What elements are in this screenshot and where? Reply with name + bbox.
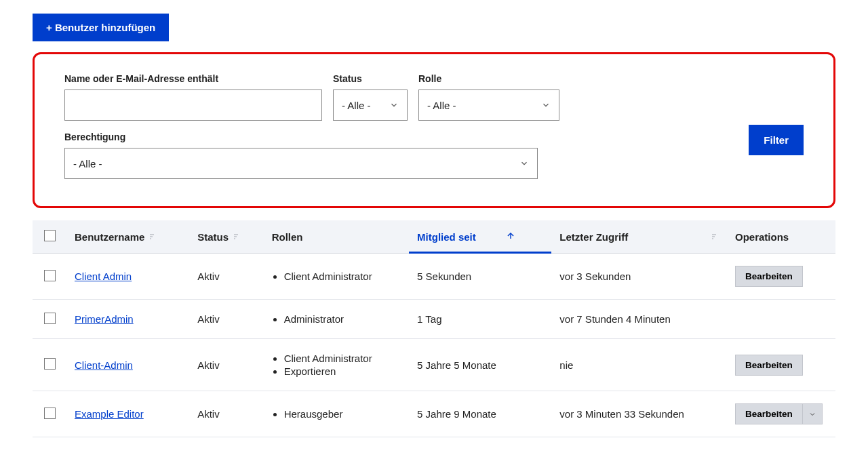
sort-underline (409, 252, 551, 254)
roles-list: Administrator (272, 313, 401, 325)
sort-icon (149, 231, 157, 243)
row-checkbox[interactable] (44, 313, 56, 324)
roles-list: Client Administrator (272, 271, 401, 282)
edit-dropdown-button[interactable] (803, 403, 823, 424)
header-username[interactable]: Benutzername (66, 220, 189, 254)
filter-button[interactable]: Filter (749, 125, 804, 155)
filter-role-select[interactable]: - Alle - (418, 90, 559, 121)
sort-icon (233, 231, 241, 243)
users-table: Benutzername Status Rollen Mitglied seit (33, 220, 835, 437)
role-item: Client Administrator (284, 353, 401, 364)
filter-role-value: - Alle - (427, 100, 456, 111)
last-access-cell: vor 7 Stunden 4 Minuten (551, 300, 727, 339)
status-cell: Aktiv (189, 339, 263, 391)
filter-name-field: Name oder E-Mail-Adresse enthält (64, 73, 322, 121)
user-link[interactable]: Client-Admin (75, 359, 133, 371)
header-username-label: Benutzername (75, 231, 144, 243)
table-row: Example EditorAktivHerausgeber5 Jahre 9 … (33, 391, 835, 437)
filter-role-label: Rolle (418, 73, 559, 84)
header-member-since[interactable]: Mitglied seit (409, 220, 551, 254)
header-operations-label: Operations (735, 231, 789, 243)
row-checkbox[interactable] (44, 358, 56, 370)
last-access-cell: nie (551, 339, 727, 391)
status-cell: Aktiv (189, 254, 263, 300)
member-since-cell: 5 Jahre 5 Monate (409, 339, 551, 391)
user-link[interactable]: Client Admin (75, 271, 132, 282)
header-status-label: Status (197, 231, 229, 243)
filter-status-select[interactable]: - Alle - (333, 90, 408, 121)
filter-status-field: Status - Alle - (333, 73, 408, 121)
header-roles-label: Rollen (272, 231, 303, 243)
filter-role-field: Rolle - Alle - (418, 73, 559, 121)
users-table-wrap: Benutzername Status Rollen Mitglied seit (33, 220, 835, 437)
user-link[interactable]: Example Editor (75, 408, 144, 420)
edit-button[interactable]: Bearbeiten (735, 355, 803, 376)
user-link[interactable]: PrimerAdmin (75, 313, 134, 325)
filter-permission-select[interactable]: - Alle - (64, 148, 538, 179)
header-last-access-label: Letzter Zugriff (559, 231, 628, 243)
filter-action: Filter (749, 73, 804, 179)
chevron-down-icon (519, 159, 529, 168)
status-cell: Aktiv (189, 300, 263, 339)
member-since-cell: 1 Tag (409, 300, 551, 339)
sort-icon (711, 231, 719, 243)
chevron-down-icon (541, 100, 551, 110)
role-item: Administrator (284, 313, 401, 325)
chevron-down-icon (808, 410, 816, 418)
status-cell: Aktiv (189, 391, 263, 437)
select-all-checkbox[interactable] (44, 230, 56, 241)
edit-button[interactable]: Bearbeiten (735, 266, 803, 287)
header-last-access[interactable]: Letzter Zugriff (551, 220, 727, 254)
header-checkbox-cell (33, 220, 66, 254)
row-checkbox[interactable] (44, 270, 56, 281)
role-item: Exportieren (284, 365, 401, 377)
table-row: Client-AdminAktivClient AdministratorExp… (33, 339, 835, 391)
last-access-cell: vor 3 Sekunden (551, 254, 727, 300)
filter-permission-field: Berechtigung - Alle - (64, 132, 538, 179)
row-checkbox[interactable] (44, 408, 56, 419)
filter-panel: Name oder E-Mail-Adresse enthält Status … (33, 52, 835, 208)
add-user-button[interactable]: + Benutzer hinzufügen (33, 14, 169, 41)
roles-list: Herausgeber (272, 408, 401, 420)
filter-permission-label: Berechtigung (64, 132, 538, 142)
arrow-up-icon (506, 231, 515, 243)
filter-status-label: Status (333, 73, 408, 84)
header-member-since-label: Mitglied seit (417, 231, 476, 243)
header-operations: Operations (727, 220, 835, 254)
table-row: Client AdminAktivClient Administrator5 S… (33, 254, 835, 300)
member-since-cell: 5 Sekunden (409, 254, 551, 300)
member-since-cell: 5 Jahre 9 Monate (409, 391, 551, 437)
roles-list: Client AdministratorExportieren (272, 353, 401, 377)
role-item: Client Administrator (284, 271, 401, 282)
edit-button[interactable]: Bearbeiten (735, 403, 803, 424)
header-roles: Rollen (264, 220, 409, 254)
header-status[interactable]: Status (189, 220, 263, 254)
filter-name-label: Name oder E-Mail-Adresse enthält (64, 73, 322, 84)
last-access-cell: vor 3 Minuten 33 Sekunden (551, 391, 727, 437)
chevron-down-icon (389, 100, 399, 110)
filter-name-input[interactable] (64, 90, 322, 121)
filter-permission-value: - Alle - (73, 158, 102, 170)
filter-status-value: - Alle - (342, 100, 371, 111)
role-item: Herausgeber (284, 408, 401, 420)
table-row: PrimerAdminAktivAdministrator1 Tagvor 7 … (33, 300, 835, 339)
